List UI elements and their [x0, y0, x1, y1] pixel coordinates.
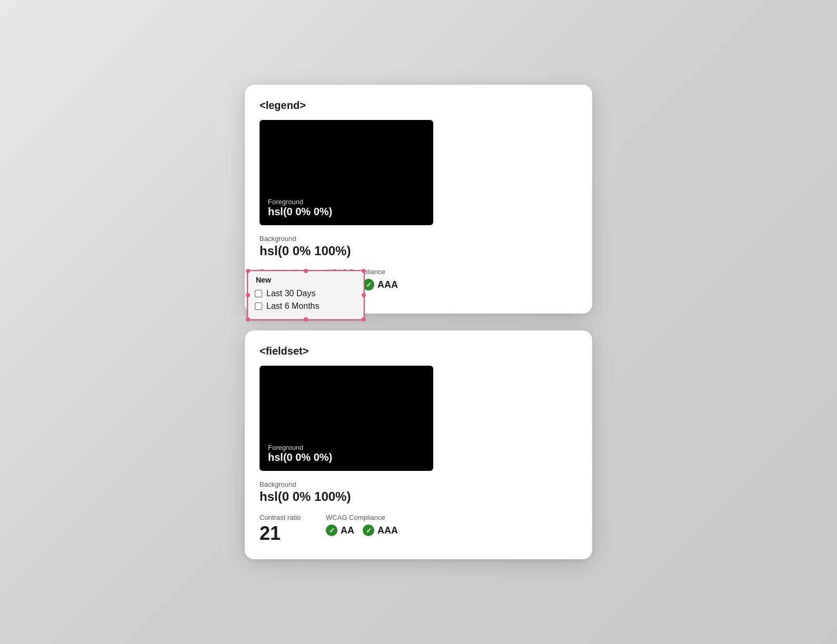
- dropdown-checkbox-1[interactable]: [255, 303, 262, 310]
- fieldset-contrast-value: 21: [260, 522, 301, 545]
- fieldset-color-info-row: Background hsl(0 0% 100%): [260, 480, 577, 504]
- fieldset-aa-badge: ✓ AA: [326, 525, 354, 536]
- dropdown-option-label-0: Last 30 Days: [266, 289, 315, 298]
- fieldset-card-title: <fieldset>: [260, 345, 577, 357]
- dropdown-popup: New Last 30 Days Last 6 Months: [248, 271, 364, 319]
- fieldset-fg-label: Foreground: [268, 444, 425, 451]
- handle-bottom-left: [246, 317, 250, 321]
- fieldset-aaa-label: AAA: [377, 525, 398, 536]
- dropdown-title: New: [255, 276, 357, 284]
- legend-bg-label: Background: [260, 235, 351, 243]
- legend-color-preview: Foreground hsl(0 0% 0%): [260, 120, 433, 225]
- dropdown-option-0[interactable]: Last 30 Days: [255, 287, 357, 300]
- fieldset-aa-label: AA: [341, 525, 354, 536]
- legend-color-info-row: Background hsl(0 0% 100%): [260, 235, 577, 258]
- fieldset-wcag-badges: ✓ AA ✓ AAA: [326, 525, 398, 536]
- fieldset-bg-value: hsl(0 0% 100%): [260, 489, 351, 504]
- legend-card-title: <legend>: [260, 99, 577, 112]
- handle-bottom-right: [362, 317, 366, 321]
- fieldset-color-preview: Foreground hsl(0 0% 0%): [260, 366, 433, 471]
- legend-fg-value: hsl(0 0% 0%): [268, 206, 425, 218]
- fieldset-aaa-badge: ✓ AAA: [363, 525, 398, 536]
- fieldset-bg-label: Background: [260, 480, 351, 488]
- dropdown-option-label-1: Last 6 Months: [266, 301, 320, 311]
- handle-bottom-middle: [304, 317, 308, 321]
- dropdown-checkbox-0[interactable]: [255, 290, 262, 297]
- handle-middle-left: [246, 293, 250, 297]
- fieldset-stats-row: Contrast ratio 21 WCAG Compliance ✓ AA ✓…: [260, 514, 577, 545]
- floating-dropdown-overlay: New Last 30 Days Last 6 Months: [247, 270, 365, 320]
- dropdown-option-1[interactable]: Last 6 Months: [255, 300, 357, 313]
- fieldset-wcag-block: WCAG Compliance ✓ AA ✓ AAA: [326, 514, 398, 536]
- fieldset-contrast-block: Contrast ratio 21: [260, 514, 301, 545]
- fieldset-wcag-label: WCAG Compliance: [326, 514, 398, 521]
- legend-bg-value: hsl(0 0% 100%): [260, 244, 351, 258]
- fieldset-bg-block: Background hsl(0 0% 100%): [260, 480, 351, 504]
- selection-box: New Last 30 Days Last 6 Months: [247, 270, 365, 320]
- legend-aaa-label: AAA: [377, 279, 398, 290]
- fieldset-aaa-check-icon: ✓: [363, 525, 374, 536]
- cards-container: <legend> Foreground hsl(0 0% 0%) Backgro…: [245, 85, 592, 559]
- fieldset-fg-value: hsl(0 0% 0%): [268, 451, 425, 464]
- fieldset-card: <fieldset> Foreground hsl(0 0% 0%) Backg…: [245, 330, 592, 559]
- legend-bg-block: Background hsl(0 0% 100%): [260, 235, 351, 258]
- legend-fg-label: Foreground: [268, 198, 425, 206]
- fieldset-contrast-label: Contrast ratio: [260, 514, 301, 521]
- handle-top-middle: [304, 269, 308, 273]
- fieldset-aa-check-icon: ✓: [326, 525, 337, 536]
- legend-aaa-badge: ✓ AAA: [363, 279, 398, 290]
- handle-middle-right: [362, 293, 366, 297]
